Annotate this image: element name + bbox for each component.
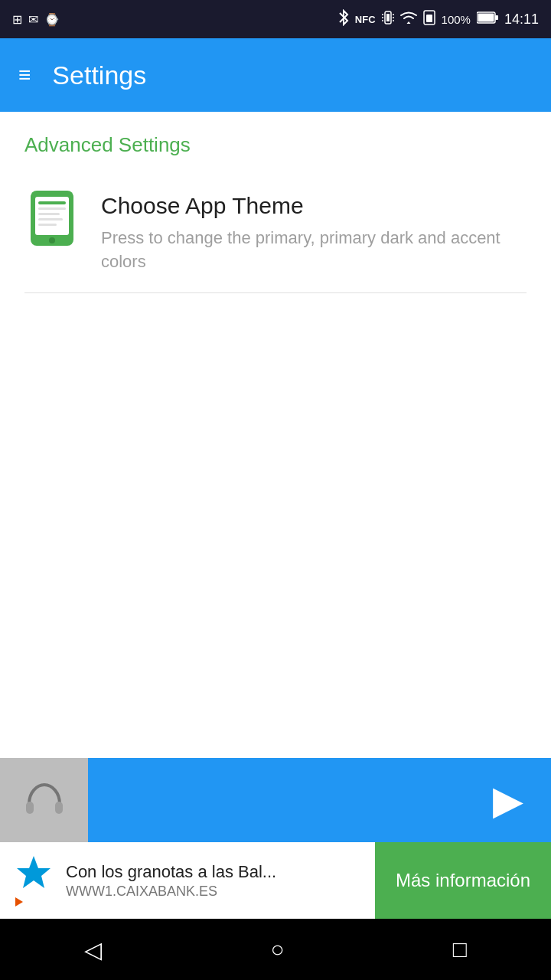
advanced-settings-title: Advanced Settings (24, 133, 191, 156)
svg-rect-16 (38, 207, 66, 210)
list-divider (24, 292, 527, 293)
email-icon: ✉ (28, 12, 38, 27)
player-bar-controls[interactable]: ▶ (88, 758, 551, 842)
app-bar-title: Settings (52, 60, 146, 90)
theme-phone-icon (28, 189, 77, 247)
home-button[interactable]: ○ (270, 936, 284, 962)
svg-marker-23 (17, 856, 51, 888)
ad-cta-label: Más información (386, 870, 540, 891)
battery-percent: 100% (442, 13, 471, 26)
svg-rect-18 (38, 218, 63, 220)
theme-item-title: Choose App Theme (101, 191, 527, 220)
theme-icon-container (24, 188, 80, 249)
battery-icon (477, 11, 498, 27)
nfc-icon: NFC (355, 14, 376, 25)
theme-item-text: Choose App Theme Press to change the pri… (101, 188, 527, 274)
svg-rect-22 (55, 802, 63, 814)
bottom-nav: ◁ ○ □ (0, 919, 551, 980)
bluetooth-icon (338, 9, 349, 29)
svg-rect-11 (478, 14, 494, 22)
svg-rect-12 (495, 15, 498, 20)
svg-rect-19 (38, 224, 57, 226)
svg-point-20 (49, 237, 55, 243)
content-area: Advanced Settings Choose App Theme Press… (0, 112, 551, 293)
play-button[interactable]: ▶ (493, 777, 523, 823)
app-bar: ≡ Settings (0, 38, 551, 112)
advanced-settings-section: Advanced Settings (0, 112, 551, 169)
ad-banner[interactable]: Con los granotas a las Bal... WWW1.CAIXA… (0, 842, 551, 919)
status-time: 14:11 (504, 11, 539, 28)
player-bar: ▶ (0, 758, 551, 842)
svg-rect-17 (38, 213, 60, 215)
menu-button[interactable]: ≡ (18, 63, 31, 87)
ad-url: WWW1.CAIXABANK.ES (66, 884, 363, 900)
ad-logo (12, 853, 55, 908)
vibrate-icon (382, 10, 394, 28)
svg-rect-1 (386, 14, 390, 21)
status-icons-right: NFC 100 (338, 9, 539, 29)
wifi-icon (400, 11, 417, 28)
sim-icon (423, 10, 435, 28)
player-bar-artwork (0, 758, 88, 842)
ad-cta-button[interactable]: Más información (375, 842, 551, 919)
theme-item-subtitle: Press to change the primary, primary dar… (101, 227, 527, 274)
ad-text-block: Con los granotas a las Bal... WWW1.CAIXA… (66, 861, 363, 900)
svg-rect-21 (26, 802, 34, 814)
svg-rect-9 (426, 15, 432, 22)
recents-button[interactable]: □ (453, 936, 467, 962)
svg-marker-24 (15, 897, 23, 906)
gallery-icon: ⊞ (12, 12, 22, 27)
headphones-icon (21, 777, 67, 823)
status-icons-left: ⊞ ✉ ⌚ (12, 12, 60, 27)
ad-title: Con los granotas a las Bal... (66, 861, 363, 884)
back-button[interactable]: ◁ (84, 936, 102, 963)
voicemail-icon: ⌚ (44, 12, 60, 27)
ad-content: Con los granotas a las Bal... WWW1.CAIXA… (0, 842, 375, 919)
status-bar: ⊞ ✉ ⌚ NFC (0, 0, 551, 38)
svg-rect-15 (38, 201, 66, 204)
choose-theme-item[interactable]: Choose App Theme Press to change the pri… (0, 169, 551, 292)
